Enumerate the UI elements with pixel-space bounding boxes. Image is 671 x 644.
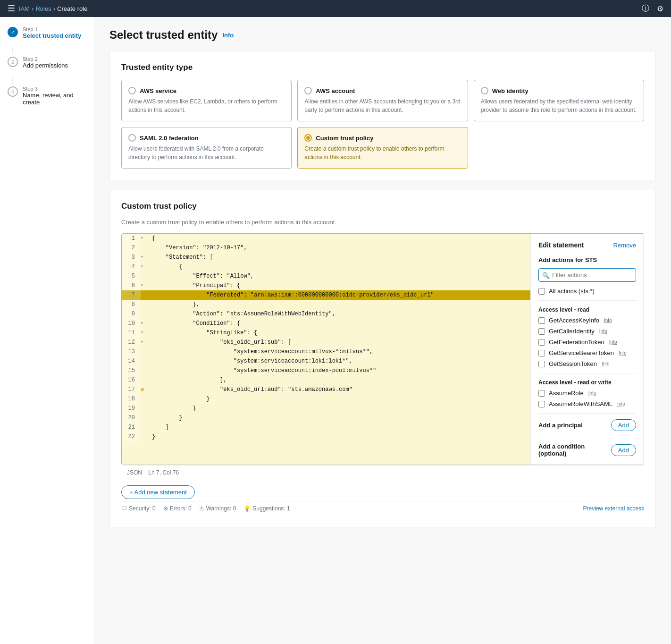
read-item-checkbox[interactable] [538,317,545,324]
line-content: "StringLike": { [148,328,530,338]
line-number: 19 [122,404,141,413]
read-item[interactable]: GetFederationToken Info [538,339,636,346]
step-3: 3 Step 3 Name, review, and create [8,86,86,106]
suggestions-status: 💡 Suggestions: 1 [243,505,290,512]
step-connector-2 [12,76,13,84]
line-marker: ◉ [141,385,148,394]
step-2-name[interactable]: Add permissions [23,62,68,69]
line-content: "eks_oidc_url:aud": "sts.amazonaws.com" [148,385,530,394]
line-marker: ▾ [141,262,148,271]
line-number: 17 [122,385,141,394]
line-content: "Effect": "Allow", [148,271,530,281]
editor-container: 1▾{2 "Version": "2012-10-17",3▾ "Stateme… [121,233,644,465]
code-line: 13 "system:serviceaccount:milvus-*:milvu… [122,347,530,356]
add-condition-label: Add a condition (optional) [538,443,611,457]
code-line: 16 ], [122,375,530,385]
line-number: 16 [122,375,141,385]
entity-option-aws-account[interactable]: AWS account Allow entities in other AWS … [297,80,468,121]
step-1: ✓ Step 1 Select trusted entity [8,26,86,39]
step-3-name[interactable]: Name, review, and create [23,92,86,106]
settings-icon[interactable]: ⚙ [657,4,663,13]
line-content: "Version": "2012-10-17", [148,243,530,253]
code-line: 17◉ "eks_oidc_url:aud": "sts.amazonaws.c… [122,385,530,394]
readwrite-item-checkbox[interactable] [538,390,545,397]
cursor-position: Ln 7, Col 76 [148,469,179,476]
info-link[interactable]: Info [617,401,625,407]
read-item-checkbox[interactable] [538,339,545,346]
filter-actions-input[interactable] [538,268,636,282]
line-content: "eks_oidc_url:sub": [ [148,338,530,347]
page-info-link[interactable]: Info [222,32,234,39]
security-icon: 🛡 [121,505,127,512]
read-item-checkbox[interactable] [538,328,545,335]
info-icon[interactable]: ⓘ [642,4,649,14]
entity-option-custom-trust[interactable]: Custom trust policy Create a custom trus… [297,127,468,169]
edit-statement-title: Edit statement [538,241,584,249]
add-principal-label: Add a principal [538,422,583,429]
info-link[interactable]: Info [604,318,612,323]
hamburger-icon[interactable]: ☰ [8,3,15,14]
line-number: 10 [122,319,141,328]
line-content: { [148,234,530,243]
code-editor[interactable]: 1▾{2 "Version": "2012-10-17",3▾ "Stateme… [122,234,530,465]
line-content: "Statement": [ [148,253,530,262]
breadcrumb-roles[interactable]: Roles [35,5,51,12]
line-content: } [148,404,530,413]
code-line: 21 ] [122,423,530,432]
radio-aws-account [304,87,312,94]
read-items-list: GetAccessKeyInfo Info GetCallerIdentity … [538,317,636,367]
read-item[interactable]: GetCallerIdentity Info [538,328,636,335]
info-link[interactable]: Info [609,339,617,345]
line-content: "Principal": { [148,281,530,290]
add-statement-button[interactable]: + Add new statement [121,485,195,499]
preview-external-access-link[interactable]: Preview external access [583,505,644,512]
line-number: 9 [122,309,141,319]
add-condition-button[interactable]: Add [611,444,636,456]
remove-statement-link[interactable]: Remove [613,242,636,249]
content-area: Select trusted entity Info Trusted entit… [94,17,671,644]
radio-aws-service [128,87,136,94]
read-item[interactable]: GetServiceBearerToken Info [538,349,636,356]
code-line: 19 } [122,404,530,413]
entity-option-saml[interactable]: SAML 2.0 federation Allow users federate… [121,127,292,169]
custom-policy-title: Custom trust policy [121,202,644,211]
read-item[interactable]: GetSessionToken Info [538,360,636,367]
info-link[interactable]: Info [602,361,610,366]
breadcrumb-iam[interactable]: IAM [19,5,30,12]
read-item[interactable]: GetAccessKeyInfo Info [538,317,636,324]
all-actions-checkbox[interactable] [538,288,545,295]
info-link[interactable]: Info [588,390,596,396]
editor-footer: JSON Ln 7, Col 76 [121,465,644,480]
security-status: 🛡 Security: 0 [121,505,156,512]
step-1-name[interactable]: Select trusted entity [23,32,81,39]
read-item-checkbox[interactable] [538,361,545,367]
line-content: } [148,432,530,441]
sidebar: ✓ Step 1 Select trusted entity 2 Step 2 … [0,17,94,644]
line-content: { [148,262,530,271]
info-link[interactable]: Info [619,350,627,356]
entity-option-web-identity[interactable]: Web identity Allows users federated by t… [474,80,644,121]
line-content: "Condition": { [148,319,530,328]
line-content: "Federated": "arn:aws:iam::000000000000:… [148,290,530,300]
code-line: 3▾ "Statement": [ [122,253,530,262]
readwrite-item[interactable]: AssumeRoleWithSAML Info [538,400,636,407]
all-actions-item[interactable]: All actions (sts:*) [538,288,636,295]
entity-option-aws-service[interactable]: AWS service Allow AWS services like EC2,… [121,80,292,121]
readwrite-items-list: AssumeRole Info AssumeRoleWithSAML Info [538,390,636,407]
line-number: 6 [122,281,141,290]
radio-web-identity [481,87,488,94]
code-line: 11▾ "StringLike": { [122,328,530,338]
readwrite-item-checkbox[interactable] [538,401,545,407]
add-principal-button[interactable]: Add [611,419,636,431]
readwrite-item[interactable]: AssumeRole Info [538,390,636,397]
step-2-number: Step 2 [23,56,68,62]
add-actions-title: Add actions for STS [538,256,636,263]
step-3-circle: 3 [8,86,18,97]
main-layout: ✓ Step 1 Select trusted entity 2 Step 2 … [0,17,671,644]
custom-policy-card: Custom trust policy Create a custom trus… [109,190,656,527]
line-number: 1 [122,234,141,243]
code-line: 15 "system:serviceaccount:index-pool:mil… [122,366,530,375]
read-item-checkbox[interactable] [538,350,545,356]
info-link[interactable]: Info [599,329,607,334]
line-number: 21 [122,423,141,432]
